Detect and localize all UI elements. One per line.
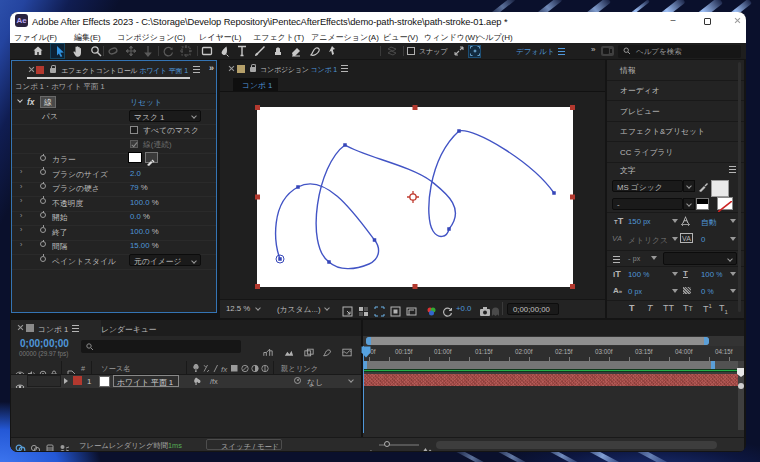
svg-text:fx: fx <box>221 364 228 373</box>
